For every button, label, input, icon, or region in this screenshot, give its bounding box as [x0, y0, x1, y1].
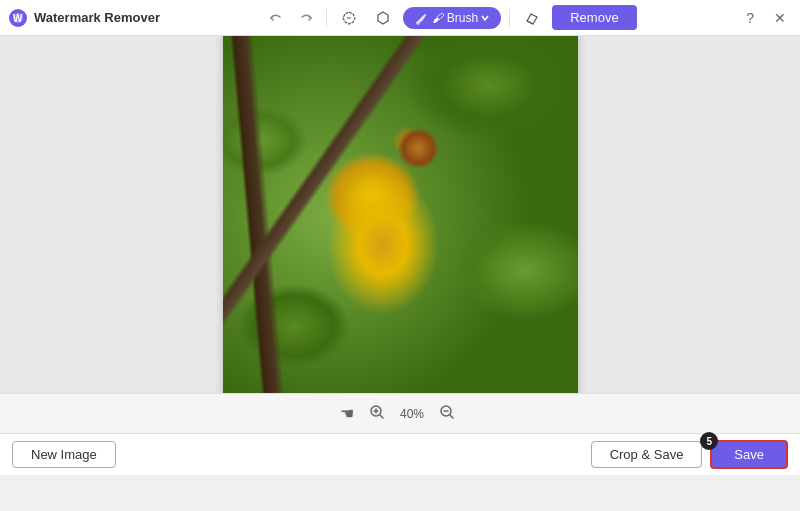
polygon-icon [375, 10, 391, 26]
undo-icon [270, 11, 284, 25]
title-right: ? ✕ [740, 8, 792, 28]
image-container [223, 36, 578, 393]
brush-icon [415, 11, 429, 25]
remove-button[interactable]: Remove [552, 5, 636, 30]
zoom-level: 40% [400, 407, 424, 421]
zoom-out-icon [439, 404, 455, 420]
bottom-bar: New Image Crop & Save 5 Save [0, 433, 800, 475]
chevron-down-icon [481, 14, 489, 22]
erase-button[interactable] [518, 6, 546, 30]
app-title: Watermark Remover [34, 10, 160, 25]
zoom-in-icon [369, 404, 385, 420]
redo-icon [298, 11, 312, 25]
eraser-icon [524, 10, 540, 26]
toolbar: 🖌 Brush Remove [264, 5, 637, 30]
undo-button[interactable] [264, 7, 290, 29]
redo-button[interactable] [292, 7, 318, 29]
title-left: W Watermark Remover [8, 8, 160, 28]
close-button[interactable]: ✕ [768, 8, 792, 28]
zoom-bar: ☚ 40% [0, 393, 800, 433]
brush-label: 🖌 Brush [432, 11, 479, 25]
divider-1 [326, 9, 327, 27]
canvas-area [0, 36, 800, 393]
title-bar: W Watermark Remover [0, 0, 800, 36]
crop-save-button[interactable]: Crop & Save [591, 441, 703, 468]
nav-arrows [264, 7, 318, 29]
help-button[interactable]: ? [740, 8, 760, 28]
bird-photo [223, 36, 578, 393]
save-button[interactable]: Save [710, 440, 788, 469]
lasso-button[interactable] [335, 6, 363, 30]
divider-2 [509, 9, 510, 27]
zoom-in-button[interactable] [364, 402, 390, 426]
app-logo-icon: W [8, 8, 28, 28]
right-buttons: Crop & Save 5 Save [591, 440, 788, 469]
save-wrapper: 5 Save [710, 440, 788, 469]
lasso-icon [341, 10, 357, 26]
hand-tool-icon[interactable]: ☚ [340, 404, 354, 423]
svg-point-3 [416, 21, 420, 25]
zoom-out-button[interactable] [434, 402, 460, 426]
svg-text:W: W [13, 13, 23, 24]
brush-button[interactable]: 🖌 Brush [403, 7, 502, 29]
new-image-button[interactable]: New Image [12, 441, 116, 468]
polygon-button[interactable] [369, 6, 397, 30]
